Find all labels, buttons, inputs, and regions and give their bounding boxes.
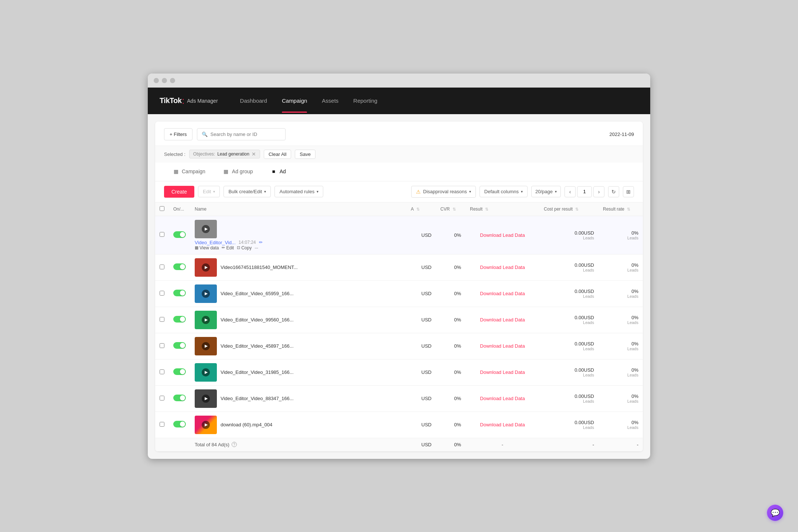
view-data-action-0[interactable]: ▦ View data xyxy=(195,245,219,250)
th-toggle-label: On/... xyxy=(173,207,184,212)
row-cost-5: 0.00USD Leads xyxy=(539,359,598,385)
total-a: USD xyxy=(406,438,436,451)
play-icon-2: ▶ xyxy=(205,291,208,296)
download-link-6[interactable]: Download Lead Data xyxy=(480,396,525,401)
ad-name-plain-4: Video_Editor_Video_45897_166... xyxy=(221,343,294,349)
row-result-4: Download Lead Data xyxy=(466,333,539,359)
cost-sub-4: Leads xyxy=(544,347,594,351)
download-link-7[interactable]: Download Lead Data xyxy=(480,422,525,427)
cost-sub-1: Leads xyxy=(544,268,594,272)
download-link-4[interactable]: Download Lead Data xyxy=(480,343,525,349)
cost-sub-3: Leads xyxy=(544,320,594,325)
rate-sub-5: Leads xyxy=(603,373,638,377)
toggle-1[interactable] xyxy=(173,263,186,270)
edit-action-0[interactable]: ✏ Edit xyxy=(222,245,234,250)
download-link-2[interactable]: Download Lead Data xyxy=(480,291,525,296)
table-body: ▶ Video_Editor_Vid... 14:07:24 xyxy=(155,216,643,451)
play-icon-6: ▶ xyxy=(205,396,208,401)
th-rate-label: Result rate xyxy=(603,207,624,212)
download-link-3[interactable]: Download Lead Data xyxy=(480,317,525,323)
filters-button[interactable]: + Filters xyxy=(164,128,192,140)
cvr-val-2: 0% xyxy=(440,291,461,296)
create-button[interactable]: Create xyxy=(164,186,194,198)
page-size-label: 20/page xyxy=(535,189,553,194)
play-icon-0: ▶ xyxy=(205,226,208,231)
logo-colon: : xyxy=(182,96,185,106)
toggle-3[interactable] xyxy=(173,316,186,323)
download-link-0[interactable]: Download Lead Data xyxy=(480,232,525,238)
play-overlay-1: ▶ xyxy=(202,263,210,272)
row-checkbox-1[interactable] xyxy=(160,265,164,269)
bulk-create-button[interactable]: Bulk create/Edit ▾ xyxy=(224,186,271,197)
tab-row: ▦ Campaign ▦ Ad group ■ Ad xyxy=(155,163,643,181)
cost-sub-0: Leads xyxy=(544,236,594,240)
row-checkbox-5[interactable] xyxy=(160,369,164,374)
th-cvr: CVR ⇅ xyxy=(436,202,466,216)
ad-edit-pencil-0[interactable]: ✏ xyxy=(259,240,263,245)
toggle-6[interactable] xyxy=(173,395,186,401)
default-columns-button[interactable]: Default columns ▾ xyxy=(480,186,528,197)
ad-name-link-0[interactable]: Video_Editor_Vid... xyxy=(195,240,236,245)
row-checkbox-4[interactable] xyxy=(160,343,164,348)
toggle-0[interactable] xyxy=(173,231,186,238)
nav-assets[interactable]: Assets xyxy=(322,89,338,113)
automated-rules-button[interactable]: Automated rules ▾ xyxy=(274,186,323,197)
date-display[interactable]: 2022-11-09 xyxy=(610,132,634,137)
nav-campaign[interactable]: Campaign xyxy=(282,89,307,113)
prev-page-button[interactable]: ‹ xyxy=(565,186,576,197)
play-icon-5: ▶ xyxy=(205,370,208,375)
next-page-button[interactable]: › xyxy=(593,186,604,197)
more-action-0[interactable]: ··· xyxy=(255,245,258,250)
total-a-val: USD xyxy=(411,442,432,447)
total-cost-val: - xyxy=(544,442,594,447)
page-size-button[interactable]: 20/page ▾ xyxy=(531,186,561,197)
pagesize-chevron-icon: ▾ xyxy=(555,190,557,194)
search-input[interactable] xyxy=(211,132,281,137)
row-cost-3: 0.00USD Leads xyxy=(539,307,598,333)
total-cvr-val: 0% xyxy=(440,442,461,447)
nav-reporting[interactable]: Reporting xyxy=(353,89,377,113)
search-icon: 🔍 xyxy=(202,132,208,137)
page-input[interactable] xyxy=(577,186,592,197)
row-checkbox-2[interactable] xyxy=(160,291,164,296)
tab-adgroup[interactable]: ▦ Ad group xyxy=(214,163,262,181)
table-scroll: On/... Name A ⇅ CVR ⇅ xyxy=(155,202,643,451)
toggle-2[interactable] xyxy=(173,290,186,296)
filter-tag-remove[interactable]: ✕ xyxy=(252,151,256,157)
row-checkbox-7[interactable] xyxy=(160,422,164,427)
total-info-icon[interactable]: ? xyxy=(232,442,237,447)
thumb-1: ▶ xyxy=(195,258,217,277)
nav-dashboard[interactable]: Dashboard xyxy=(240,89,267,113)
toggle-7[interactable] xyxy=(173,421,186,427)
edit-button[interactable]: Edit ▾ xyxy=(198,186,220,197)
chat-bubble[interactable]: 💬 xyxy=(767,505,783,521)
total-result: - xyxy=(466,438,539,451)
automated-rules-label: Automated rules xyxy=(279,189,314,194)
download-link-1[interactable]: Download Lead Data xyxy=(480,265,525,270)
row-a-3: USD xyxy=(406,307,436,333)
toggle-5[interactable] xyxy=(173,368,186,375)
select-all-checkbox[interactable] xyxy=(160,206,164,211)
toggle-4[interactable] xyxy=(173,342,186,349)
tab-campaign[interactable]: ▦ Campaign xyxy=(164,163,214,181)
filter-tag-label: Objectives: xyxy=(193,151,215,157)
refresh-button[interactable]: ↻ xyxy=(608,186,619,197)
tab-ad[interactable]: ■ Ad xyxy=(262,163,295,181)
ad-name-plain-3: Video_Editor_Video_99560_166... xyxy=(221,317,294,323)
row-name-4: ▶ Video_Editor_Video_45897_166... xyxy=(190,333,406,359)
sort-a-icon: ⇅ xyxy=(416,207,420,212)
copy-action-0[interactable]: ⊡ Copy xyxy=(237,245,252,250)
download-link-5[interactable]: Download Lead Data xyxy=(480,369,525,375)
play-overlay-0: ▶ xyxy=(202,225,210,233)
disapproval-button[interactable]: ⚠ Disapproval reasons ▾ xyxy=(411,186,476,198)
row-cvr-5: 0% xyxy=(436,359,466,385)
row-checkbox-3[interactable] xyxy=(160,317,164,322)
row-rate-2: 0% Leads xyxy=(598,280,643,307)
browser-dot-3 xyxy=(170,78,175,83)
row-checkbox-6[interactable] xyxy=(160,396,164,400)
row-checkbox-0[interactable] xyxy=(160,232,164,237)
export-button[interactable]: ⊞ xyxy=(623,186,634,197)
clear-all-button[interactable]: Clear All xyxy=(264,150,291,159)
pagination: ‹ › xyxy=(565,186,604,197)
save-button[interactable]: Save xyxy=(295,150,316,159)
